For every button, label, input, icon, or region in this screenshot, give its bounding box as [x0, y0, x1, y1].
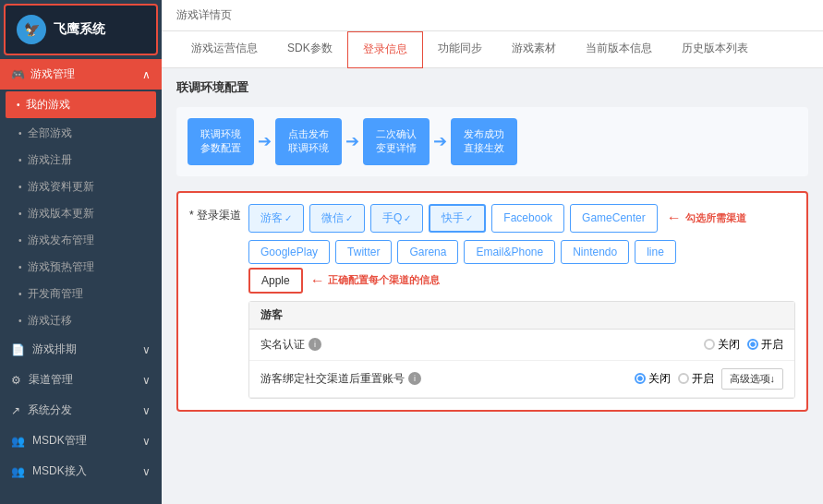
- channel-btn-line[interactable]: line: [635, 240, 676, 264]
- channels-label: * 登录渠道: [189, 204, 241, 223]
- radio-dot-bind-on: [678, 373, 689, 384]
- sidebar-game-register[interactable]: 游戏注册: [0, 147, 162, 174]
- sidebar-my-games[interactable]: 我的游戏: [6, 91, 156, 118]
- guest-section: 游客 实名认证 i 关闭: [248, 301, 795, 399]
- sidebar-header: 🦅 飞鹰系统: [4, 4, 158, 55]
- chevron-down-icon2: ∨: [142, 374, 151, 387]
- real-name-on[interactable]: 开启: [747, 337, 783, 353]
- chevron-down-icon3: ∨: [142, 404, 151, 417]
- advanced-btn[interactable]: 高级选项↓: [721, 368, 784, 390]
- sidebar-game-ranking[interactable]: 📄 游戏排期 ∨: [0, 334, 162, 365]
- sidebar-game-migration[interactable]: 游戏迁移: [0, 307, 162, 334]
- flow-step-1: 联调环境参数配置: [188, 118, 254, 165]
- channel-btn-qq[interactable]: 手Q ✓: [370, 204, 423, 233]
- sidebar-game-management[interactable]: 🎮 游戏管理 ∧: [0, 59, 162, 90]
- real-name-off[interactable]: 关闭: [704, 337, 740, 353]
- tabs-bar: 游戏运营信息 SDK参数 登录信息 功能同步 游戏素材 当前版本信息 历史版本列…: [162, 31, 823, 68]
- sidebar-system-distribution[interactable]: ↗ 系统分发 ∨: [0, 395, 162, 426]
- channels-row1: 游客 ✓ 微信 ✓ 手Q ✓ 快手 ✓ Facebook GameCenter …: [248, 204, 795, 233]
- real-name-label: 实名认证 i: [260, 337, 321, 353]
- bind-social-label: 游客绑定社交渠道后重置账号 i: [260, 371, 421, 387]
- gamepad-icon: 🎮: [11, 68, 25, 81]
- flow-step-2: 点击发布联调环境: [275, 118, 342, 165]
- sidebar: 🦅 飞鹰系统 🎮 游戏管理 ∧ 我的游戏 全部游戏 游戏注册 游戏资料更新 游戏…: [0, 0, 162, 504]
- sidebar-developer-management[interactable]: 开发商管理: [0, 281, 162, 307]
- tab-function-sync[interactable]: 功能同步: [423, 31, 497, 67]
- channel-btn-kuaishou[interactable]: 快手 ✓: [429, 204, 486, 233]
- chevron-up-icon: ∧: [142, 68, 151, 81]
- radio-dot-bind-off: [635, 373, 646, 384]
- radio-dot-off: [704, 339, 715, 350]
- annotation-arrow-1: ←: [667, 210, 682, 226]
- sidebar-channel-management[interactable]: ⚙ 渠道管理 ∨: [0, 365, 162, 395]
- flow-step-4: 发布成功直接生效: [451, 118, 517, 165]
- chevron-down-icon5: ∨: [142, 465, 151, 478]
- guest-section-header: 游客: [249, 302, 794, 330]
- apple-row: Apple ← 正确配置每个渠道的信息: [248, 268, 795, 294]
- sidebar-msdk-management[interactable]: 👥 MSDK管理 ∨: [0, 426, 162, 456]
- bind-social-radio-group: 关闭 开启 高级选项↓: [635, 368, 784, 390]
- guest-row-bind-social: 游客绑定社交渠道后重置账号 i 关闭 开启: [249, 361, 794, 398]
- msdk-icon: 👥: [11, 435, 25, 448]
- annotation-arrow-2: ←: [310, 272, 325, 289]
- tab-history-version[interactable]: 历史版本列表: [667, 31, 763, 67]
- real-name-radio-group: 关闭 开启: [704, 337, 783, 353]
- content-area: 联调环境配置 联调环境参数配置 ➔ 点击发布联调环境 ➔ 二次确认变更详情 ➔ …: [162, 68, 823, 504]
- annotation-text-1: 勾选所需渠道: [685, 211, 746, 225]
- sidebar-game-info-update[interactable]: 游戏资料更新: [0, 174, 162, 200]
- radio-dot-on: [747, 339, 758, 350]
- bind-social-info-icon[interactable]: i: [408, 372, 421, 385]
- logo-icon: 🦅: [17, 15, 46, 44]
- channel-btn-apple[interactable]: Apple: [248, 268, 303, 294]
- sidebar-game-preheat[interactable]: 游戏预热管理: [0, 254, 162, 281]
- channel-btn-facebook[interactable]: Facebook: [491, 204, 564, 233]
- flow-diagram: 联调环境参数配置 ➔ 点击发布联调环境 ➔ 二次确认变更详情 ➔ 发布成功直接生…: [176, 107, 808, 176]
- channel-btn-gamecenter[interactable]: GameCenter: [570, 204, 658, 233]
- section-title: 联调环境配置: [176, 79, 808, 96]
- chevron-down-icon: ∨: [142, 343, 151, 356]
- tab-game-assets[interactable]: 游戏素材: [497, 31, 571, 67]
- channels-row2: GooglePlay Twitter Garena Email&Phone Ni…: [248, 240, 795, 264]
- channel-btn-nintendo[interactable]: Nintendo: [561, 240, 629, 264]
- guest-row-real-name: 实名认证 i 关闭 开启: [249, 330, 794, 361]
- sidebar-game-publish[interactable]: 游戏发布管理: [0, 227, 162, 254]
- sidebar-msdk-access[interactable]: 👥 MSDK接入 ∨: [0, 456, 162, 486]
- channel-btn-googleplay[interactable]: GooglePlay: [248, 240, 330, 264]
- breadcrumb: 游戏详情页: [162, 0, 823, 31]
- channel-icon: ⚙: [11, 374, 21, 387]
- tab-current-version[interactable]: 当前版本信息: [571, 31, 667, 67]
- app-title: 飞鹰系统: [54, 21, 105, 38]
- chevron-down-icon4: ∨: [142, 435, 151, 448]
- flow-arrow-1: ➔: [258, 131, 272, 151]
- main-content: 游戏详情页 游戏运营信息 SDK参数 登录信息 功能同步 游戏素材 当前版本信息…: [162, 0, 823, 504]
- flow-arrow-2: ➔: [345, 131, 359, 151]
- flow-step-3: 二次确认变更详情: [363, 118, 430, 165]
- distribution-icon: ↗: [11, 404, 20, 417]
- tab-game-ops[interactable]: 游戏运营信息: [176, 31, 272, 67]
- annotation-text-2: 正确配置每个渠道的信息: [328, 273, 440, 287]
- ranking-icon: 📄: [11, 343, 25, 356]
- msdk-access-icon: 👥: [11, 465, 25, 478]
- tab-sdk-params[interactable]: SDK参数: [272, 31, 347, 67]
- bind-social-off[interactable]: 关闭: [635, 371, 671, 387]
- tab-login-info[interactable]: 登录信息: [347, 31, 423, 68]
- channel-btn-garena[interactable]: Garena: [397, 240, 458, 264]
- sidebar-all-games[interactable]: 全部游戏: [0, 120, 162, 147]
- channels-card: * 登录渠道 游客 ✓ 微信 ✓ 手Q ✓ 快手 ✓ Facebook Game…: [176, 191, 808, 412]
- channel-btn-twitter[interactable]: Twitter: [335, 240, 392, 264]
- channel-btn-guest[interactable]: 游客 ✓: [248, 204, 304, 233]
- sidebar-game-version-update[interactable]: 游戏版本更新: [0, 200, 162, 227]
- real-name-info-icon[interactable]: i: [309, 338, 321, 351]
- bind-social-on[interactable]: 开启: [678, 371, 714, 387]
- flow-arrow-3: ➔: [433, 131, 447, 151]
- channel-btn-emailphone[interactable]: Email&Phone: [464, 240, 555, 264]
- channel-btn-wechat[interactable]: 微信 ✓: [309, 204, 365, 233]
